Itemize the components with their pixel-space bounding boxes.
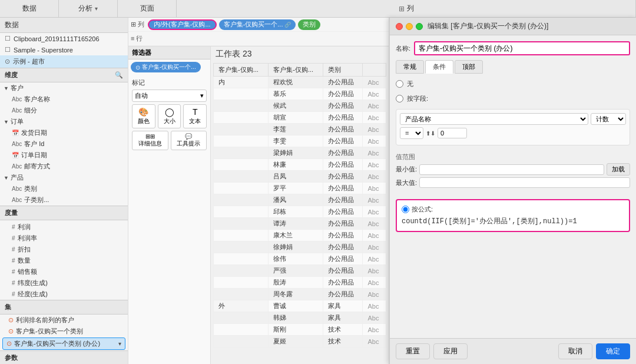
discount-icon: # (12, 246, 15, 253)
measure-profit-rate[interactable]: #利润率 (0, 233, 128, 244)
data-menu-label: 数据 (22, 4, 37, 14)
mark-btn-color[interactable]: 🎨 颜色 (132, 104, 155, 128)
mark-btn-text[interactable]: T 文本 (183, 104, 207, 128)
sales-icon: # (12, 269, 15, 275)
col-pill-category[interactable]: 类别 (298, 19, 320, 30)
range-section: 值范围 最小值: 加载 最大值: (396, 153, 630, 190)
load-btn[interactable]: 加载 (607, 163, 630, 176)
dim-group-order-label: 订单 (11, 117, 24, 126)
category-cell: 办公用品 (323, 159, 363, 171)
detail-btn[interactable]: ⊞⊞ 详细信息 (132, 131, 168, 150)
table-row: 候武办公用品Abc (214, 100, 386, 112)
measure-sales[interactable]: #销售额 (0, 266, 128, 277)
measure-quantity[interactable]: #数量 (0, 255, 128, 266)
max-input[interactable] (419, 177, 630, 188)
close-traffic-light[interactable] (396, 23, 403, 30)
measure-latitude[interactable]: #纬度(生成) (0, 277, 128, 289)
op-symbol-select[interactable]: = (400, 127, 423, 139)
measure-discount[interactable]: #折扣 (0, 244, 128, 255)
datasource-superstore[interactable]: ☐ Sample - Superstore (0, 44, 128, 55)
dim-subcategory[interactable]: Abc 子类别... (0, 194, 128, 206)
profit-icon: # (12, 224, 15, 230)
formula-radio[interactable] (402, 206, 409, 213)
op-value-row: = ⬆⬇ (400, 127, 626, 139)
longitude-icon: # (12, 291, 15, 297)
analysis-menu[interactable]: 分析 ▾ (59, 0, 118, 17)
category-cell: 技术 (323, 336, 363, 348)
section-label-cell (214, 241, 269, 253)
search-icon[interactable]: 🔍 (115, 71, 123, 79)
table-row: 梁婵娟办公用品Abc (214, 147, 386, 159)
min-input[interactable] (419, 164, 604, 175)
footer-left: 重置 应用 (396, 343, 468, 359)
dim-ship-mode[interactable]: Abc 邮寄方式 (0, 161, 128, 172)
measure-profit[interactable]: #利润 (0, 221, 128, 233)
size-btn-label: 大小 (164, 117, 175, 125)
text-type-icon: Abc (12, 96, 22, 102)
col-pill-customer-set[interactable]: 客户集-仅购买一个... 🔗 (219, 19, 296, 30)
tab-condition[interactable]: 条件 (425, 60, 453, 74)
customer-cell: 斯刚 (269, 324, 323, 336)
tab-top[interactable]: 顶部 (455, 60, 483, 74)
datasource-clipboard[interactable]: ☐ Clipboard_20191111T165206 (0, 33, 128, 44)
dim-group-customer[interactable]: ▼ 客户 (0, 82, 128, 94)
segment-type-icon: Abc (12, 107, 22, 114)
section-label-cell (214, 88, 269, 100)
abc-cell: Abc (363, 241, 386, 253)
none-radio[interactable] (396, 80, 403, 88)
abc-cell: Abc (363, 77, 386, 88)
col-pill-inner-outer[interactable]: 内/外(客户集-仅购... (148, 19, 217, 30)
dim-group-order[interactable]: ▼ 订单 (0, 116, 128, 127)
category-cell: 办公用品 (323, 230, 363, 241)
section-label-cell (214, 230, 269, 241)
maximize-traffic-light[interactable] (416, 23, 423, 30)
measure-longitude[interactable]: #经度(生成) (0, 289, 128, 300)
col-header-2: 客户集-仅购... (269, 64, 323, 77)
tooltip-btn[interactable]: 💬 工具提示 (171, 131, 207, 150)
field-name-select[interactable]: 产品名称 (400, 113, 588, 125)
dim-customer-name[interactable]: Abc 客户名称 (0, 94, 128, 105)
customer-cell: 康木兰 (269, 230, 323, 241)
dim-group-customer-label: 客户 (11, 84, 24, 92)
dim-group-product[interactable]: ▼ 产品 (0, 172, 128, 183)
category-cell: 办公用品 (323, 100, 363, 112)
datasource-example[interactable]: ⊙ 示例 - 超市 (0, 55, 128, 68)
apply-button[interactable]: 应用 (433, 343, 468, 359)
formula-text: countd(IIF([类别]='办公用品',[类别],null))=1 (402, 216, 624, 226)
mark-type-selector[interactable]: 自动 ▾ (132, 90, 207, 102)
dim-customer-id[interactable]: Abc 客户 Id (0, 138, 128, 150)
field-selector-row: 产品名称 计数 (400, 113, 626, 125)
name-input[interactable] (414, 41, 630, 55)
op-value-input[interactable] (438, 128, 467, 138)
minimize-traffic-light[interactable] (406, 23, 413, 30)
tab-general[interactable]: 常规 (396, 60, 424, 74)
set-office-arrow-icon[interactable]: ▾ (118, 340, 121, 347)
dim-ship-date-label: 发货日期 (21, 128, 47, 137)
confirm-button[interactable]: 确定 (596, 343, 630, 359)
customer-cell: 徐伟 (269, 253, 323, 265)
set-profit-top[interactable]: ⊙ 利润排名前列的客户 (0, 315, 128, 326)
section-label-cell (214, 206, 269, 218)
set-one-category[interactable]: ⊙ 客户集-仅购买一个类别 (0, 326, 128, 337)
dim-segment[interactable]: Abc 细分 (0, 105, 128, 116)
mark-btn-size[interactable]: ◯ 大小 (158, 104, 181, 128)
table-row: 胡宣办公用品Abc (214, 112, 386, 124)
dim-order-date[interactable]: 📅 订单日期 (0, 150, 128, 161)
set-one-cat-icon: ⊙ (8, 327, 14, 335)
dim-category[interactable]: Abc 类别 (0, 183, 128, 194)
table-row: 李雯办公用品Abc (214, 135, 386, 147)
worksheet-title: 工作表 23 (213, 49, 386, 59)
customer-cell: 邱栋 (269, 206, 323, 218)
field-radio[interactable] (396, 95, 403, 102)
page-menu[interactable]: 页面 (118, 0, 177, 17)
reset-button[interactable]: 重置 (396, 343, 430, 359)
cancel-button[interactable]: 取消 (558, 343, 592, 359)
set-office-highlighted[interactable]: ⊙ 客户集-仅购买一个类别 (办公) ▾ (2, 337, 125, 350)
field-op-select[interactable]: 计数 (591, 113, 626, 125)
data-menu[interactable]: 数据 (0, 0, 59, 17)
abc-cell: Abc (363, 265, 386, 277)
filter-pill-customer-set[interactable]: ⊙ 客户集-仅购买一个... (131, 62, 201, 72)
dim-ship-date[interactable]: 📅 发货日期 (0, 127, 128, 138)
table-row: 斯刚技术Abc (214, 324, 386, 336)
table-row: 夏姬技术Abc (214, 336, 386, 348)
